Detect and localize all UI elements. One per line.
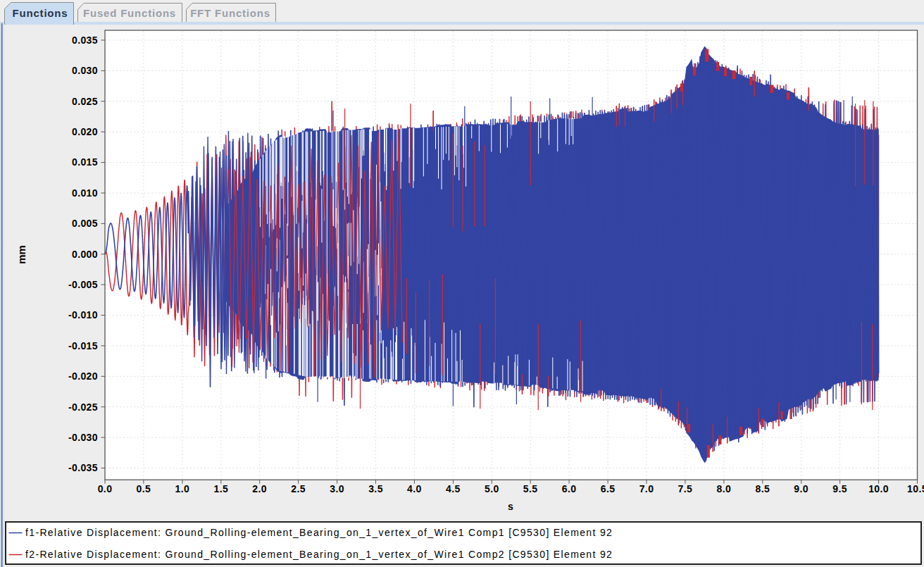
svg-text:8.0: 8.0 xyxy=(717,483,732,494)
svg-text:8.5: 8.5 xyxy=(755,483,770,494)
svg-text:6.5: 6.5 xyxy=(601,483,616,494)
svg-text:2.0: 2.0 xyxy=(252,483,267,494)
svg-text:9.5: 9.5 xyxy=(832,483,847,494)
svg-text:0.020: 0.020 xyxy=(72,126,98,137)
svg-text:mm: mm xyxy=(15,245,27,264)
svg-text:0.5: 0.5 xyxy=(137,483,151,494)
svg-text:-0.020: -0.020 xyxy=(68,370,98,382)
svg-text:9.0: 9.0 xyxy=(794,483,808,494)
svg-text:s: s xyxy=(508,501,513,512)
svg-text:7.0: 7.0 xyxy=(639,483,654,494)
svg-text:3.0: 3.0 xyxy=(330,483,344,494)
svg-text:f2-Relative Displacement: Grou: f2-Relative Displacement: Ground_Rolling… xyxy=(25,549,613,560)
svg-text:-0.035: -0.035 xyxy=(68,462,98,473)
svg-text:f1-Relative Displacement: Grou: f1-Relative Displacement: Ground_Rolling… xyxy=(25,527,613,538)
svg-text:0.035: 0.035 xyxy=(72,35,98,46)
svg-text:3.5: 3.5 xyxy=(368,483,383,494)
svg-text:10.5: 10.5 xyxy=(907,483,924,494)
svg-text:0.000: 0.000 xyxy=(72,249,98,260)
svg-text:-0.030: -0.030 xyxy=(68,432,98,443)
svg-text:-0.015: -0.015 xyxy=(68,340,98,351)
svg-text:0.030: 0.030 xyxy=(72,65,98,76)
svg-text:-0.025: -0.025 xyxy=(68,401,98,413)
svg-text:0.025: 0.025 xyxy=(72,96,98,107)
svg-text:1.5: 1.5 xyxy=(213,483,228,494)
svg-text:0.015: 0.015 xyxy=(72,156,98,168)
svg-text:6.0: 6.0 xyxy=(562,483,577,494)
svg-text:0.010: 0.010 xyxy=(72,187,98,199)
svg-text:Fused Functions: Fused Functions xyxy=(83,7,176,19)
svg-text:2.5: 2.5 xyxy=(291,483,306,494)
svg-text:FFT Functions: FFT Functions xyxy=(190,7,270,19)
svg-text:-0.010: -0.010 xyxy=(68,309,98,320)
svg-text:Functions: Functions xyxy=(13,7,68,19)
svg-text:5.0: 5.0 xyxy=(485,483,499,494)
svg-text:5.5: 5.5 xyxy=(523,483,538,494)
svg-text:10.0: 10.0 xyxy=(868,483,889,494)
svg-text:0.0: 0.0 xyxy=(98,483,113,494)
svg-text:0.005: 0.005 xyxy=(72,218,98,229)
svg-text:1.0: 1.0 xyxy=(175,483,190,494)
svg-text:4.0: 4.0 xyxy=(407,483,422,494)
svg-text:-0.005: -0.005 xyxy=(68,279,98,290)
svg-text:4.5: 4.5 xyxy=(446,483,461,494)
svg-text:7.5: 7.5 xyxy=(678,483,693,494)
